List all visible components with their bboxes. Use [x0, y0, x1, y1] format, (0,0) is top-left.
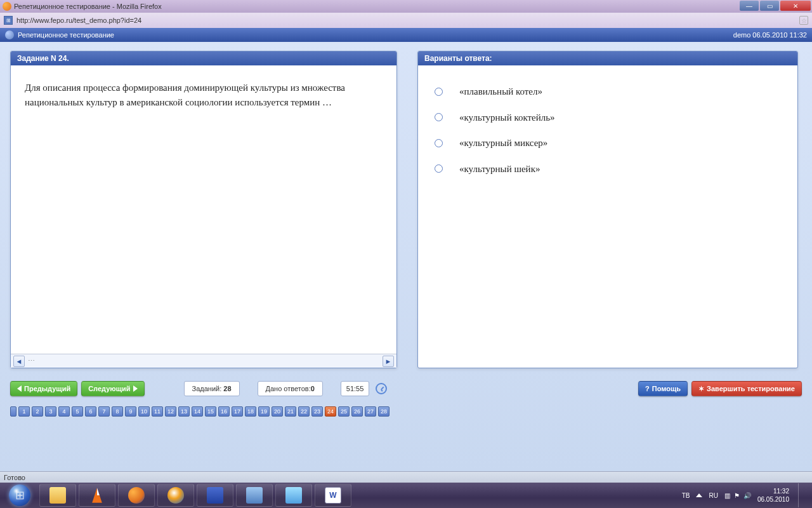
- clock-icon: [376, 383, 387, 394]
- scroll-left-button[interactable]: ◄: [13, 356, 25, 367]
- tray-expand-icon[interactable]: [696, 493, 702, 497]
- page-button-17[interactable]: 17: [232, 406, 243, 417]
- globe-icon: [5, 30, 14, 39]
- radio-icon[interactable]: [435, 113, 443, 121]
- scroll-right-button[interactable]: ►: [383, 356, 394, 367]
- window-minimize-button[interactable]: —: [740, 1, 759, 11]
- tray-lang[interactable]: RU: [709, 492, 717, 499]
- toolbar: Предыдущий Следующий Заданий: 28 Дано от…: [10, 381, 802, 396]
- page-button-18[interactable]: 18: [245, 406, 256, 417]
- page-button-27[interactable]: 27: [365, 406, 376, 417]
- page-button-28[interactable]: 28: [378, 406, 390, 417]
- arrow-right-icon: [133, 385, 138, 392]
- show-desktop-button[interactable]: [798, 483, 804, 507]
- tasks-counter: Заданий: 28: [184, 381, 240, 396]
- answer-option[interactable]: «плавильный котел»: [432, 84, 783, 99]
- question-text: Для описания процесса формирования домин…: [11, 65, 396, 354]
- radio-icon[interactable]: [435, 164, 443, 173]
- page-button-4[interactable]: 4: [58, 406, 70, 417]
- timer-value: 51:55: [346, 385, 364, 392]
- page-button-11[interactable]: 11: [152, 406, 163, 417]
- answered-counter: Дано ответов:0: [258, 381, 323, 396]
- help-button[interactable]: ? Помощь: [638, 381, 688, 396]
- page-button-10[interactable]: 10: [138, 406, 150, 417]
- window-title: Репетиционное тестирование - Mozilla Fir…: [14, 3, 162, 10]
- taskbar-firefox[interactable]: [118, 484, 155, 507]
- windows-orb-icon: [9, 485, 30, 506]
- exit-icon: ✶: [698, 385, 704, 393]
- taskbar-vlc[interactable]: [79, 484, 115, 507]
- pager-start[interactable]: [10, 406, 16, 417]
- taskbar-save[interactable]: [197, 484, 233, 507]
- pager: 1234567891011121314151617181920212223242…: [10, 406, 802, 417]
- tray-volume-icon[interactable]: 🔊: [743, 492, 751, 499]
- radio-icon[interactable]: [435, 88, 443, 96]
- tray-tb[interactable]: TB: [682, 492, 690, 499]
- taskbar: W TB RU ▥ ⚑ 🔊 11:32 06.05.2010: [0, 483, 812, 508]
- answer-option[interactable]: «культурный коктейль»: [432, 110, 783, 125]
- answers-panel: Варианты ответа: «плавильный котел»«куль…: [417, 51, 798, 368]
- page-button-15[interactable]: 15: [205, 406, 216, 417]
- rss-icon[interactable]: ☆: [799, 16, 808, 25]
- page-button-24[interactable]: 24: [325, 406, 336, 417]
- page-button-23[interactable]: 23: [311, 406, 323, 417]
- arrow-left-icon: [17, 385, 22, 392]
- page-button-5[interactable]: 5: [72, 406, 83, 417]
- page-button-20[interactable]: 20: [272, 406, 283, 417]
- taskbar-wmplayer[interactable]: [157, 484, 194, 507]
- page-button-7[interactable]: 7: [98, 406, 110, 417]
- next-label: Следующий: [88, 385, 130, 392]
- page-button-21[interactable]: 21: [285, 406, 296, 417]
- finish-button[interactable]: ✶ Завершить тестирование: [691, 381, 802, 396]
- page-button-25[interactable]: 25: [338, 406, 350, 417]
- tray-flag-icon[interactable]: ▥: [724, 492, 730, 499]
- page-button-12[interactable]: 12: [165, 406, 176, 417]
- page-button-22[interactable]: 22: [298, 406, 310, 417]
- answer-text: «культурный шейк»: [459, 162, 540, 177]
- tray-date[interactable]: 06.05.2010: [757, 495, 789, 504]
- tray-time[interactable]: 11:32: [773, 487, 789, 495]
- next-button[interactable]: Следующий: [81, 381, 144, 396]
- page-button-2[interactable]: 2: [32, 406, 43, 417]
- answer-text: «культурный коктейль»: [459, 110, 555, 125]
- app-title: Репетиционное тестирование: [18, 31, 114, 39]
- page-button-26[interactable]: 26: [351, 406, 363, 417]
- page-button-14[interactable]: 14: [192, 406, 203, 417]
- taskbar-app1[interactable]: [236, 484, 273, 507]
- prev-label: Предыдущий: [24, 385, 70, 392]
- finish-label: Завершить тестирование: [707, 385, 795, 392]
- page-button-6[interactable]: 6: [85, 406, 96, 417]
- start-button[interactable]: [3, 484, 37, 507]
- answer-option[interactable]: «культурный миксер»: [432, 136, 783, 150]
- app-header: Репетиционное тестирование demo 06.05.20…: [0, 28, 812, 42]
- firefox-icon: [3, 2, 11, 11]
- question-nav: ◄ ⋯ ►: [11, 354, 396, 368]
- page-button-19[interactable]: 19: [258, 406, 270, 417]
- question-panel: Задание N 24. Для описания процесса форм…: [10, 51, 397, 368]
- page-button-16[interactable]: 16: [218, 406, 230, 417]
- window-maximize-button[interactable]: ▭: [760, 1, 779, 11]
- window-close-button[interactable]: ✕: [780, 1, 811, 11]
- page-button-3[interactable]: 3: [45, 406, 56, 417]
- page-button-8[interactable]: 8: [112, 406, 123, 417]
- taskbar-word[interactable]: W: [315, 484, 351, 507]
- taskbar-explorer[interactable]: [39, 484, 76, 507]
- taskbar-pictures[interactable]: [275, 484, 312, 507]
- tray-network-icon[interactable]: ⚑: [734, 492, 740, 499]
- answer-text: «культурный миксер»: [459, 136, 547, 150]
- page-button-1[interactable]: 1: [18, 406, 30, 417]
- window-titlebar: Репетиционное тестирование - Mozilla Fir…: [0, 0, 812, 13]
- question-header: Задание N 24.: [11, 51, 396, 65]
- answer-text: «плавильный котел»: [459, 84, 542, 99]
- page-button-9[interactable]: 9: [125, 406, 136, 417]
- nav-dots: ⋯: [25, 356, 37, 367]
- answer-option[interactable]: «культурный шейк»: [432, 162, 783, 177]
- prev-button[interactable]: Предыдущий: [10, 381, 77, 396]
- help-icon: ?: [645, 385, 650, 392]
- site-favicon: ⊞: [4, 16, 13, 25]
- radio-icon[interactable]: [435, 139, 443, 147]
- page-button-13[interactable]: 13: [178, 406, 190, 417]
- help-label: Помощь: [652, 385, 681, 392]
- system-tray: TB RU ▥ ⚑ 🔊 11:32 06.05.2010: [682, 483, 809, 507]
- url-text[interactable]: http://www.fepo.ru/test_demo.php?id=24: [16, 17, 796, 24]
